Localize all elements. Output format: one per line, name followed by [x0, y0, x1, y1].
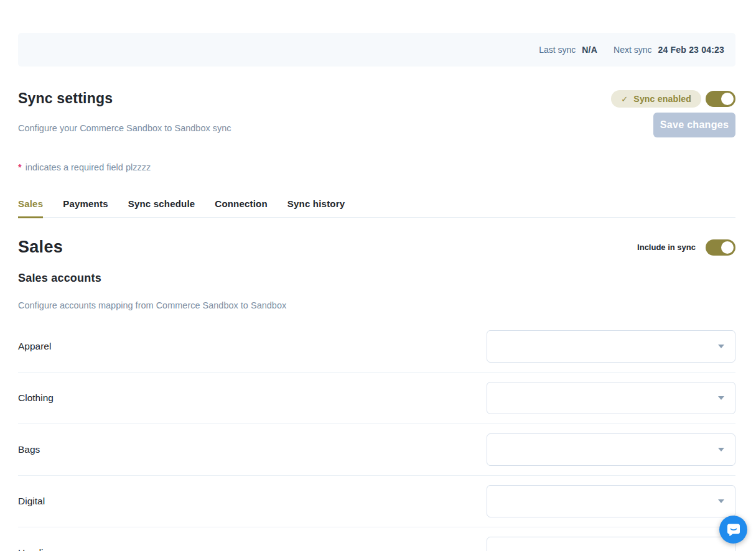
accounts-mapping-list: Apparel Clothing Bags [18, 321, 735, 551]
mapping-row-label: Digital [18, 496, 45, 507]
sync-enabled-toggle[interactable] [706, 91, 735, 107]
chevron-down-icon [718, 448, 724, 451]
sync-settings-page: Last sync N/A Next sync 24 Feb 23 04:23 … [0, 0, 756, 551]
mapping-row-label: Clothing [18, 392, 54, 404]
include-in-sync-toggle[interactable] [706, 239, 735, 256]
required-field-note: * indicates a required field plzzzz [18, 162, 735, 172]
required-asterisk: * [18, 162, 22, 172]
mapping-row-label: Bags [18, 444, 40, 455]
mapping-row-label: Apparel [18, 341, 51, 352]
account-select[interactable] [487, 382, 735, 414]
tab-payments[interactable]: Payments [63, 198, 108, 218]
chat-bubble-icon [726, 522, 741, 537]
mapping-row-bags: Bags [18, 424, 735, 476]
chevron-down-icon [718, 345, 724, 348]
mapping-row-hoodies: Hoodies [18, 527, 735, 551]
last-sync-label: Last sync [539, 45, 576, 55]
settings-tabs: Sales Payments Sync schedule Connection … [18, 198, 735, 218]
mapping-row-digital: Digital [18, 476, 735, 527]
tab-connection[interactable]: Connection [215, 198, 268, 218]
page-header: Sync settings Configure your Commerce Sa… [18, 90, 735, 137]
tab-sync-history[interactable]: Sync history [287, 198, 345, 218]
account-select[interactable] [487, 433, 735, 466]
sync-enabled-badge-label: Sync enabled [633, 94, 691, 104]
chevron-down-icon [718, 396, 724, 400]
check-icon: ✓ [621, 95, 628, 104]
account-select[interactable] [487, 330, 735, 363]
tab-sales[interactable]: Sales [18, 198, 43, 218]
page-subtitle: Configure your Commerce Sandbox to Sandb… [18, 123, 231, 133]
sync-enabled-controls: ✓ Sync enabled [611, 90, 735, 108]
page-header-left: Sync settings Configure your Commerce Sa… [18, 90, 231, 137]
account-select[interactable] [487, 485, 735, 517]
chat-launcher-button[interactable] [719, 516, 747, 544]
chevron-down-icon [718, 499, 724, 503]
save-changes-button[interactable]: Save changes [653, 113, 735, 137]
sales-section-title: Sales [18, 238, 63, 257]
mapping-row-apparel: Apparel [18, 321, 735, 373]
page-header-right: ✓ Sync enabled Save changes [611, 90, 735, 137]
sync-enabled-badge: ✓ Sync enabled [611, 90, 701, 108]
next-sync-value: 24 Feb 23 04:23 [658, 45, 724, 55]
include-in-sync-controls: Include in sync [637, 239, 735, 256]
mapping-row-label: Hoodies [18, 547, 54, 551]
account-select[interactable] [487, 537, 735, 551]
sales-accounts-subtitle: Configure accounts mapping from Commerce… [18, 300, 735, 310]
page-title: Sync settings [18, 90, 231, 107]
include-in-sync-label: Include in sync [637, 243, 696, 252]
next-sync-label: Next sync [614, 45, 651, 55]
mapping-row-clothing: Clothing [18, 373, 735, 424]
sync-status-bar: Last sync N/A Next sync 24 Feb 23 04:23 [18, 33, 735, 67]
sales-accounts-title: Sales accounts [18, 272, 735, 285]
required-note-text: indicates a required field plzzzz [26, 162, 151, 172]
last-sync-value: N/A [582, 45, 597, 55]
sales-section-header: Sales Include in sync [18, 238, 735, 257]
tab-sync-schedule[interactable]: Sync schedule [128, 198, 195, 218]
